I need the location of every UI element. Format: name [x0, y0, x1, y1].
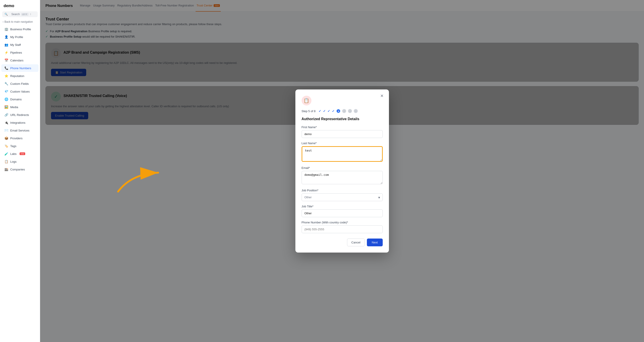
sidebar-item-label-providers: Providers	[10, 137, 22, 140]
sidebar-item-providers[interactable]: 📦Providers	[1, 134, 38, 142]
sidebar-item-label-reputation: Reputation	[10, 74, 24, 78]
labs-badge: new	[20, 153, 25, 155]
tags-icon: 🏷️	[4, 144, 8, 148]
media-icon: 🖼️	[4, 105, 8, 109]
logs-icon: 📋	[4, 160, 8, 163]
search-shortcut: ctrl K	[21, 13, 28, 16]
sidebar-item-my-profile[interactable]: 👤My Profile	[1, 33, 38, 41]
domains-icon: 🌐	[4, 97, 8, 101]
modal-close-button[interactable]: ✕	[378, 93, 386, 99]
job-position-select[interactable]: Other Director VP GM Manager CEO	[302, 193, 383, 201]
modal-title: Authorized Representative Details	[302, 117, 383, 121]
main-content: Phone Numbers ManageUsage SummaryRegulat…	[40, 0, 644, 342]
sidebar-item-label-domains: Domains	[10, 98, 22, 101]
sidebar-item-label-my-profile: My Profile	[10, 35, 23, 39]
arrow-annotation	[114, 161, 162, 196]
sidebar-item-label-custom-fields: Custom Fields	[10, 82, 29, 85]
step-check-2: ✓	[323, 109, 326, 113]
sidebar-item-labs[interactable]: 🧪Labsnew	[1, 150, 38, 158]
step-dot-8: ○	[354, 109, 358, 113]
sidebar-item-label-logs: Logs	[10, 160, 16, 163]
reputation-icon: ⭐	[4, 74, 8, 78]
job-position-group: Job Position* Other Director VP GM Manag…	[302, 189, 383, 201]
authorized-rep-modal: ✕ 📋 Step 5 of 8 ✓ ✓ ✓ ✓ ● ○ ○ ○ Authoriz…	[296, 89, 389, 253]
job-position-label: Job Position*	[302, 189, 383, 192]
sidebar-item-label-labs: Labs	[10, 152, 16, 156]
sidebar-item-integrations[interactable]: 🔌Integrations	[1, 119, 38, 126]
nav-icon: ↑	[30, 13, 36, 16]
step-check-1: ✓	[318, 109, 321, 113]
step-indicator: Step 5 of 8 ✓ ✓ ✓ ✓ ● ○ ○ ○	[302, 109, 383, 113]
sidebar-item-label-custom-values: Custom Values	[10, 90, 30, 93]
back-to-main-nav[interactable]: ‹ Back to main navigation	[0, 18, 40, 25]
email-label: Email*	[302, 166, 383, 170]
sidebar-item-label-companies: Companies	[10, 168, 25, 171]
sidebar-item-custom-fields[interactable]: 🔧Custom Fields	[1, 80, 38, 87]
sidebar-item-business-profile[interactable]: 🏢Business Profile	[1, 25, 38, 33]
step-text: Step 5 of 8	[302, 110, 316, 113]
providers-icon: 📦	[4, 136, 8, 140]
job-title-group: Job Title*	[302, 205, 383, 217]
email-input[interactable]: demo@gmail.com	[302, 171, 383, 184]
step-check-3: ✓	[328, 109, 330, 113]
search-icon: 🔍	[4, 13, 10, 16]
search-bar[interactable]: 🔍 Search ctrl K ↑	[2, 11, 38, 17]
job-title-input[interactable]	[302, 209, 383, 217]
business-profile-icon: 🏢	[4, 27, 8, 31]
cancel-button[interactable]: Cancel	[347, 239, 364, 246]
sidebar-nav: 🏢Business Profile👤My Profile👥My Staff⚡Pi…	[0, 25, 40, 173]
sidebar-item-label-pipelines: Pipelines	[10, 51, 22, 54]
sidebar-item-label-email-services: Email Services	[10, 129, 30, 132]
sidebar-item-label-url-redirects: URL Redirects	[10, 113, 29, 117]
next-button[interactable]: Next	[367, 239, 383, 246]
sidebar-item-domains[interactable]: 🌐Domains	[1, 95, 38, 103]
first-name-group: First Name*	[302, 126, 383, 138]
step-dot-6: ○	[342, 109, 346, 113]
job-position-select-wrapper: Other Director VP GM Manager CEO	[302, 193, 383, 201]
sidebar-item-url-redirects[interactable]: 🔗URL Redirects	[1, 111, 38, 119]
calendars-icon: 📅	[4, 58, 8, 62]
sidebar-item-label-tags: Tags	[10, 144, 16, 148]
step-check-4: ✓	[332, 109, 334, 113]
sidebar-item-calendars[interactable]: 📅Calendars	[1, 56, 38, 64]
job-title-label: Job Title*	[302, 205, 383, 208]
sidebar: demo 🔍 Search ctrl K ↑ ‹ Back to main na…	[0, 0, 40, 342]
sidebar-item-reputation[interactable]: ⭐Reputation	[1, 72, 38, 80]
phone-group: Phone Number (With country code)*	[302, 221, 383, 233]
search-label: Search	[11, 13, 20, 16]
sidebar-item-label-my-staff: My Staff	[10, 43, 21, 46]
sidebar-item-my-staff[interactable]: 👥My Staff	[1, 41, 38, 48]
first-name-input[interactable]	[302, 130, 383, 138]
sidebar-item-label-phone-numbers: Phone Numbers	[10, 67, 31, 70]
my-profile-icon: 👤	[4, 35, 8, 39]
custom-values-icon: 💎	[4, 90, 8, 93]
app-logo: demo	[0, 0, 40, 10]
sidebar-item-media[interactable]: 🖼️Media	[1, 103, 38, 111]
sidebar-item-custom-values[interactable]: 💎Custom Values	[1, 88, 38, 95]
integrations-icon: 🔌	[4, 121, 8, 124]
email-group: Email* demo@gmail.com	[302, 166, 383, 185]
first-name-label: First Name*	[302, 126, 383, 129]
phone-input[interactable]	[302, 225, 383, 233]
sidebar-item-companies[interactable]: 🏬Companies	[1, 166, 38, 173]
url-redirects-icon: 🔗	[4, 113, 8, 117]
last-name-group: Last Name* test	[302, 142, 383, 163]
sidebar-item-pipelines[interactable]: ⚡Pipelines	[1, 49, 38, 56]
last-name-input[interactable]: test	[302, 146, 383, 162]
sidebar-item-tags[interactable]: 🏷️Tags	[1, 142, 38, 150]
companies-icon: 🏬	[4, 168, 8, 171]
modal-icon: 📋	[302, 96, 312, 105]
sidebar-item-label-integrations: Integrations	[10, 121, 26, 124]
sidebar-item-logs[interactable]: 📋Logs	[1, 158, 38, 165]
phone-label: Phone Number (With country code)*	[302, 221, 383, 224]
labs-icon: 🧪	[4, 152, 8, 156]
sidebar-item-label-media: Media	[10, 105, 18, 109]
sidebar-item-email-services[interactable]: ✉️Email Services	[1, 127, 38, 134]
sidebar-item-phone-numbers[interactable]: 📞Phone Numbers	[1, 64, 38, 72]
email-services-icon: ✉️	[4, 129, 8, 132]
modal-overlay: ✕ 📋 Step 5 of 8 ✓ ✓ ✓ ✓ ● ○ ○ ○ Authoriz…	[40, 0, 644, 342]
sidebar-item-label-business-profile: Business Profile	[10, 28, 31, 31]
step-dot-7: ○	[348, 109, 352, 113]
modal-footer: Cancel Next	[302, 239, 383, 246]
custom-fields-icon: 🔧	[4, 82, 8, 85]
